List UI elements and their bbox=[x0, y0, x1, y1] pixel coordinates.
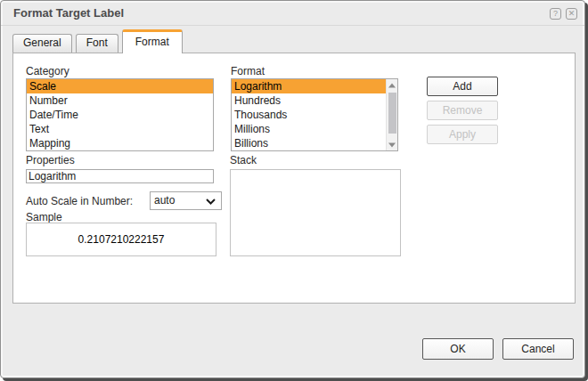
scrollbar-thumb[interactable] bbox=[388, 93, 396, 134]
properties-label: Properties bbox=[26, 154, 75, 166]
category-option-scale[interactable]: Scale bbox=[27, 79, 213, 93]
triangle-up-icon bbox=[388, 83, 396, 87]
format-option-billions[interactable]: Billions bbox=[232, 136, 386, 150]
triangle-down-icon bbox=[388, 142, 396, 147]
category-option-text[interactable]: Text bbox=[27, 122, 213, 136]
tab-format[interactable]: Format bbox=[122, 29, 183, 53]
apply-button[interactable]: Apply bbox=[427, 125, 498, 144]
format-tab-panel: Category Scale Number Date/Time Text Map… bbox=[12, 53, 576, 304]
properties-input[interactable] bbox=[26, 169, 214, 183]
ok-button[interactable]: OK bbox=[422, 338, 494, 360]
category-listbox: Scale Number Date/Time Text Mapping bbox=[26, 78, 214, 151]
auto-scale-value: auto bbox=[154, 194, 175, 207]
category-option-datetime[interactable]: Date/Time bbox=[27, 108, 213, 122]
add-button[interactable]: Add bbox=[427, 77, 498, 96]
auto-scale-select[interactable]: auto bbox=[150, 191, 222, 210]
page-title: Format Target Label bbox=[13, 1, 124, 26]
auto-scale-label: Auto Scale in Number: bbox=[26, 195, 133, 207]
help-icon[interactable]: ? bbox=[550, 8, 561, 20]
sample-value-box: 0.2107210222157 bbox=[26, 223, 216, 256]
scrollbar-track[interactable] bbox=[387, 91, 398, 139]
sample-value: 0.2107210222157 bbox=[78, 233, 165, 246]
format-label: Format bbox=[231, 65, 265, 77]
sample-label: Sample bbox=[26, 211, 62, 223]
scroll-up-icon[interactable] bbox=[387, 79, 398, 91]
footer-button-row: OK Cancel bbox=[422, 338, 574, 360]
chevron-down-icon bbox=[206, 199, 216, 205]
stack-label: Stack bbox=[230, 154, 257, 166]
category-option-mapping[interactable]: Mapping bbox=[27, 136, 213, 150]
format-option-logarithm[interactable]: Logarithm bbox=[232, 79, 386, 93]
tab-font[interactable]: Font bbox=[76, 34, 118, 53]
format-listbox: Logarithm Hundreds Thousands Millions Bi… bbox=[231, 78, 398, 151]
format-list-scrollbar[interactable] bbox=[386, 79, 397, 150]
tab-general[interactable]: General bbox=[12, 34, 72, 53]
format-option-hundreds[interactable]: Hundreds bbox=[232, 93, 386, 108]
remove-button[interactable]: Remove bbox=[427, 101, 498, 120]
cancel-button[interactable]: Cancel bbox=[502, 338, 574, 360]
format-option-thousands[interactable]: Thousands bbox=[232, 108, 386, 122]
close-icon[interactable]: ✕ bbox=[566, 8, 577, 20]
format-target-label-dialog: Format Target Label ? ✕ General Font For… bbox=[0, 0, 585, 378]
format-option-millions[interactable]: Millions bbox=[232, 122, 386, 136]
tab-strip: General Font Format bbox=[12, 29, 186, 53]
category-label: Category bbox=[26, 65, 69, 77]
category-option-number[interactable]: Number bbox=[27, 93, 213, 108]
title-bar: Format Target Label ? ✕ bbox=[1, 1, 584, 26]
stack-listbox[interactable] bbox=[230, 169, 401, 256]
scroll-down-icon[interactable] bbox=[387, 139, 398, 150]
